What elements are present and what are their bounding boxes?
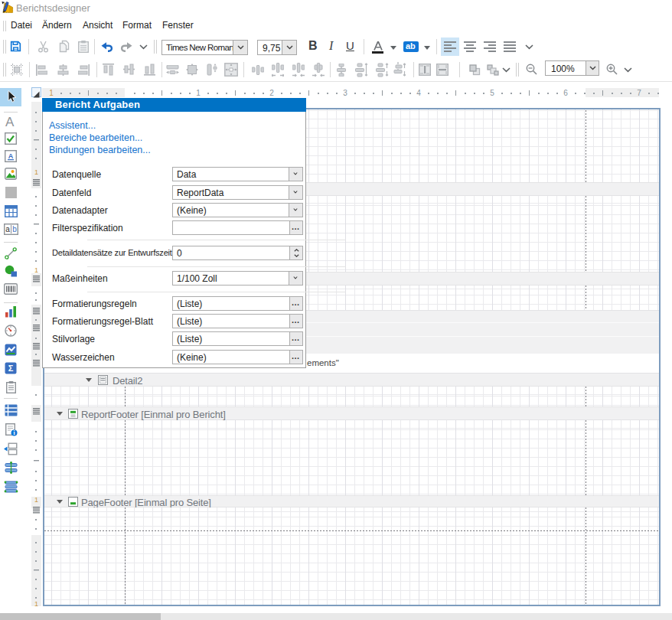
- svg-text:A: A: [8, 152, 14, 160]
- svg-text:1: 1: [34, 168, 38, 176]
- svg-text:1: 1: [49, 89, 54, 97]
- svg-text:2: 2: [269, 89, 274, 97]
- svg-text:7: 7: [637, 89, 641, 97]
- svg-text:i: i: [13, 429, 15, 436]
- svg-text:4: 4: [416, 89, 421, 97]
- svg-text:Σ: Σ: [8, 364, 14, 373]
- svg-text:1: 1: [196, 89, 201, 97]
- svg-text:1: 1: [34, 496, 38, 504]
- svg-text:b: b: [12, 225, 17, 233]
- svg-text:a: a: [5, 225, 10, 233]
- svg-text:1: 1: [34, 266, 38, 274]
- svg-text:1: 1: [34, 600, 38, 606]
- svg-text:5: 5: [490, 89, 494, 97]
- svg-text:3: 3: [343, 89, 347, 97]
- svg-text:6: 6: [563, 89, 568, 97]
